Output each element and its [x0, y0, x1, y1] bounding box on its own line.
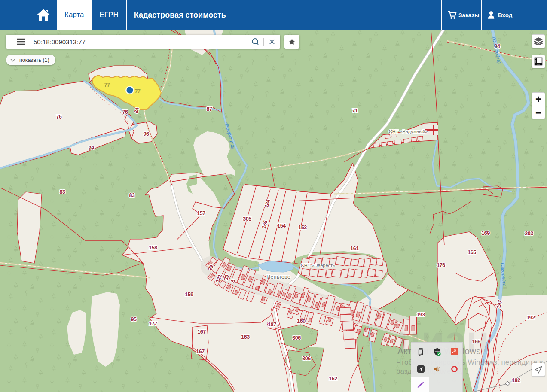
svg-text:177: 177 — [149, 321, 157, 327]
svg-text:96: 96 — [144, 131, 149, 137]
svg-text:160: 160 — [297, 318, 306, 324]
svg-text:154: 154 — [277, 223, 286, 229]
svg-text:187: 187 — [268, 322, 276, 328]
svg-text:87: 87 — [207, 106, 212, 112]
svg-text:Пеньгово: Пеньгово — [266, 273, 290, 280]
svg-text:95: 95 — [131, 316, 137, 322]
svg-text:159: 159 — [185, 292, 193, 298]
svg-text:161: 161 — [350, 246, 359, 252]
svg-text:71: 71 — [352, 108, 358, 114]
svg-text:193: 193 — [416, 312, 425, 318]
svg-text:162: 162 — [329, 376, 337, 382]
svg-text:306: 306 — [292, 335, 301, 341]
svg-text:163: 163 — [241, 334, 250, 340]
svg-text:306: 306 — [302, 356, 311, 362]
svg-text:76: 76 — [122, 109, 128, 115]
svg-text:158: 158 — [149, 245, 157, 251]
svg-text:176: 176 — [437, 262, 445, 268]
svg-text:77: 77 — [104, 82, 110, 88]
svg-text:76: 76 — [56, 114, 62, 120]
svg-text:203: 203 — [525, 231, 533, 237]
svg-text:192: 192 — [526, 315, 535, 321]
svg-text:165: 165 — [468, 249, 476, 255]
svg-text:83: 83 — [60, 189, 65, 195]
svg-text:167: 167 — [197, 329, 206, 335]
svg-text:167: 167 — [196, 349, 205, 355]
svg-text:169: 169 — [481, 230, 490, 236]
svg-text:СНТ «Эверест»: СНТ «Эверест» — [301, 263, 335, 268]
svg-text:94: 94 — [88, 144, 95, 151]
svg-text:305: 305 — [243, 216, 251, 222]
svg-text:157: 157 — [197, 210, 205, 216]
svg-text:153: 153 — [298, 225, 307, 231]
svg-text:77: 77 — [135, 88, 141, 94]
svg-text:83: 83 — [129, 192, 135, 198]
svg-text:192: 192 — [512, 377, 520, 383]
svg-text:СНТ «Радужный»: СНТ «Радужный» — [389, 129, 428, 134]
